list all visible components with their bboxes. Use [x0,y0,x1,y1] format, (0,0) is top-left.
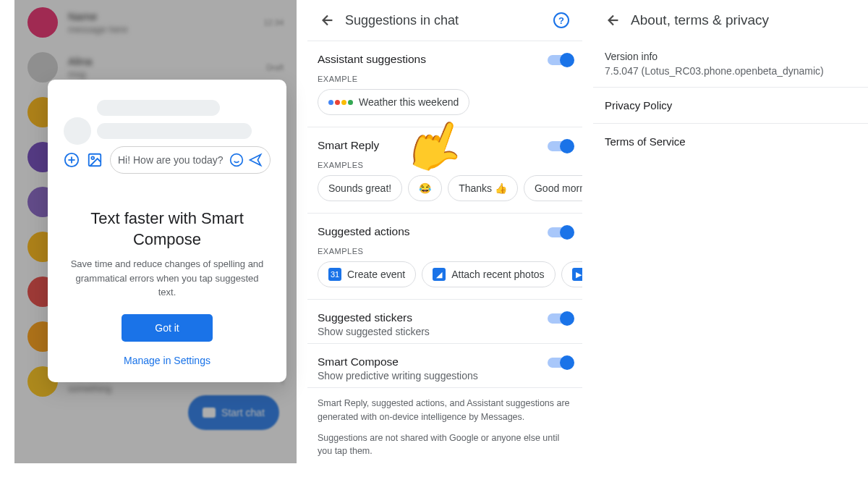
reply-chip[interactable]: 😂 [408,175,442,201]
setting-title: Assistant suggestions [318,53,548,66]
chip-label: 😂 [419,182,431,194]
gallery-icon[interactable] [87,152,103,168]
toggle-smart-reply[interactable] [548,141,572,151]
send-icon[interactable] [248,153,263,167]
reply-chip[interactable]: Good morning [524,175,582,201]
setting-title: Suggested actions [318,225,548,238]
chip-label: Attach recent photos [451,269,544,280]
promo-title: Text faster with Smart Compose [64,208,271,250]
examples-label: EXAMPLE [307,72,582,89]
compose-input-text: Hi! How are you today? [118,154,225,166]
promo-input-bar: Hi! How are you today? [64,146,271,174]
skeleton-avatar [64,117,91,145]
action-chip-row: 31 Create event ◢ Attach recent photos ▶… [307,261,582,299]
reply-chip[interactable]: Sounds great! [318,175,402,201]
setting-suggested-actions[interactable]: Suggested actions [307,213,582,244]
action-chip-create-event[interactable]: 31 Create event [318,261,416,287]
video-icon: ▶ [572,268,582,281]
svg-point-4 [91,156,94,159]
setting-smart-reply[interactable]: Smart Reply [307,127,582,158]
smart-compose-promo-card: Hi! How are you today? Text faster with … [48,80,286,382]
skeleton-bubble [97,123,252,139]
chip-label: Sounds great! [328,182,391,194]
assistant-chip-row: Weather this weekend [307,89,582,127]
smart-reply-chip-row: Sounds great! 😂 Thanks 👍 Good morning [307,175,582,213]
setting-smart-compose[interactable]: Smart Compose Show predictive writing su… [307,343,582,387]
back-button[interactable] [599,6,628,35]
privacy-policy-link[interactable]: Privacy Policy [593,87,868,123]
compose-input[interactable]: Hi! How are you today? [110,146,271,174]
chip-label: Good morning [535,182,582,194]
action-chip-attach-photos[interactable]: ◢ Attach recent photos [422,261,555,287]
version-info: Version info 7.5.047 (Lotus_RC03.phone.o… [593,41,868,87]
photo-icon: ◢ [433,268,446,281]
promo-body: Save time and reduce changes of spelling… [64,257,271,300]
suggestions-settings-screen: Suggestions in chat ? Assistant suggesti… [307,0,582,463]
screen-title: Suggestions in chat [345,13,553,28]
setting-assistant-suggestions[interactable]: Assistant suggestions [307,41,582,72]
manage-in-settings-link[interactable]: Manage in Settings [64,355,271,366]
examples-label: EXAMPLES [307,244,582,261]
terms-of-service-link[interactable]: Terms of Service [593,123,868,159]
footnote: Smart Reply, suggested actions, and Assi… [307,387,582,424]
setting-title: Suggested stickers [318,311,548,324]
version-label: Version info [605,51,856,62]
toggle-assistant[interactable] [548,55,572,65]
setting-title: Smart Reply [318,139,548,152]
svg-point-5 [231,154,243,166]
help-icon[interactable]: ? [553,12,569,28]
emoji-icon[interactable] [229,153,244,167]
assistant-chip[interactable]: Weather this weekend [318,89,469,115]
version-value: 7.5.047 (Lotus_RC03.phone.openbeta_dynam… [605,65,856,77]
chip-label: Weather this weekend [359,96,459,108]
toggle-compose[interactable] [548,358,572,368]
messages-promo-screen: Namemessage here12:34 AlinamsgDraft Name… [14,0,297,463]
chip-label: Create event [347,269,405,280]
reply-chip[interactable]: Thanks 👍 [448,175,518,201]
toggle-suggested-actions[interactable] [548,227,572,237]
examples-label: EXAMPLES [307,158,582,175]
calendar-icon: 31 [328,268,341,281]
about-terms-screen: About, terms & privacy Version info 7.5.… [593,0,868,463]
screen-title: About, terms & privacy [631,12,862,28]
plus-icon[interactable] [64,152,80,168]
setting-title: Smart Compose [318,355,548,368]
setting-sub: Show suggested stickers [318,326,548,337]
app-bar: About, terms & privacy [593,0,868,41]
got-it-button[interactable]: Got it [122,314,213,342]
footnote: Suggestions are not shared with Google o… [307,424,582,459]
assistant-icon [328,100,353,105]
chip-label: Thanks 👍 [459,182,507,194]
action-chip-start[interactable]: ▶ Sta [561,261,582,287]
toggle-stickers[interactable] [548,313,572,324]
skeleton-bubble [97,100,220,116]
app-bar: Suggestions in chat ? [307,0,582,41]
setting-sub: Show predictive writing suggestions [318,370,548,381]
back-button[interactable] [313,6,342,35]
setting-suggested-stickers[interactable]: Suggested stickers Show suggested sticke… [307,299,582,343]
